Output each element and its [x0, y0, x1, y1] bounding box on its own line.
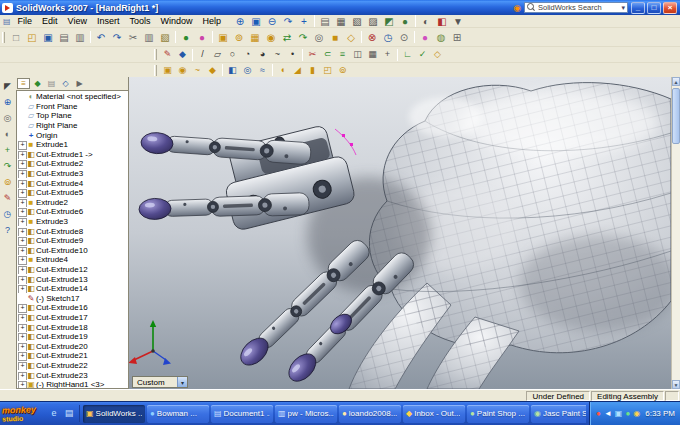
tree-expander-icon[interactable] — [18, 341, 26, 351]
tree-item[interactable]: Cut-Extrude8 — [18, 226, 128, 236]
scene-icon[interactable]: ◍ — [433, 30, 449, 45]
measure-icon[interactable]: ◷ — [1, 208, 14, 220]
search-flyout-icon[interactable]: ◉ — [513, 3, 521, 13]
select-icon[interactable]: ◤ — [1, 80, 14, 92]
tree-expander-icon[interactable] — [18, 370, 26, 380]
cut-icon[interactable]: ✂ — [125, 30, 141, 45]
tree-item[interactable]: Cut-Extrude13 — [18, 274, 128, 284]
tree-expander-icon[interactable] — [18, 226, 26, 236]
tree-expander-icon[interactable] — [18, 332, 26, 342]
wireframe-icon[interactable]: ▦ — [333, 14, 349, 29]
minimize-button[interactable]: _ — [631, 2, 645, 14]
tree-expander-icon[interactable] — [18, 236, 26, 246]
tree-expander-icon[interactable] — [18, 217, 26, 227]
shell-icon[interactable]: ◰ — [320, 64, 335, 77]
tree-item[interactable]: Extrude3 — [18, 217, 128, 227]
toolbar-handle[interactable] — [154, 65, 157, 76]
taskbar-button[interactable]: ● Bowman ... — [147, 405, 209, 423]
tree-item[interactable]: Cut-Extrude23 — [18, 370, 128, 380]
hole-wizard-icon[interactable]: ⊚ — [335, 64, 350, 77]
viewport-3d-scene[interactable] — [129, 77, 671, 389]
tree-expander-icon[interactable] — [18, 265, 26, 275]
tree-item[interactable]: Top Plane — [18, 111, 128, 121]
tree-item[interactable]: Cut-Extrude3 — [18, 169, 128, 179]
menu-item[interactable]: View — [63, 15, 92, 28]
quick-snaps-icon[interactable]: ◇ — [430, 48, 445, 61]
move-component-icon[interactable]: ⇄ — [279, 30, 295, 45]
menu-item[interactable]: Help — [198, 15, 227, 28]
undo-icon[interactable]: ↶ — [93, 30, 109, 45]
tree-item[interactable]: Front Plane — [18, 102, 128, 112]
swept-boss-icon[interactable]: ~ — [190, 64, 205, 77]
scrollbar-thumb[interactable] — [672, 88, 680, 144]
tree-item[interactable]: Cut-Extrude22 — [18, 361, 128, 371]
tree-item[interactable]: Cut-Extrude12 — [18, 265, 128, 275]
scroll-up-icon[interactable]: ▲ — [672, 77, 680, 86]
rotate-view-icon[interactable]: ↷ — [280, 14, 296, 29]
tree-expander-icon[interactable] — [18, 313, 26, 323]
hidden-lines-removed-icon[interactable]: ▨ — [365, 14, 381, 29]
volume-icon[interactable]: ◄ — [604, 409, 612, 418]
tree-item[interactable]: Cut-Extrude4 — [18, 178, 128, 188]
mate-icon[interactable]: ⊚ — [1, 176, 14, 188]
repair-sketch-icon[interactable]: ✓ — [415, 48, 430, 61]
tree-item[interactable]: Cut-Extrude20 — [18, 341, 128, 351]
taskbar-button[interactable]: ▤ Document1 ... — [211, 405, 273, 423]
copy-icon[interactable]: ▥ — [141, 30, 157, 45]
appearance-icon[interactable]: ● — [417, 30, 433, 45]
tree-item[interactable]: Cut-Extrude17 — [18, 313, 128, 323]
measure-icon[interactable]: ◷ — [380, 30, 396, 45]
tree-expander-icon[interactable] — [18, 322, 26, 332]
tree-expander-icon[interactable] — [18, 198, 26, 208]
shaded-with-edges-icon[interactable]: ◩ — [381, 14, 397, 29]
save-icon[interactable]: ▣ — [40, 30, 56, 45]
redo-icon[interactable]: ↷ — [109, 30, 125, 45]
scroll-down-icon[interactable]: ▼ — [672, 380, 680, 389]
swept-cut-icon[interactable]: ≈ — [255, 64, 270, 77]
zoom-to-fit-icon[interactable]: ⊕ — [232, 14, 248, 29]
tree-expander-icon[interactable] — [18, 380, 26, 389]
shadows-icon[interactable]: ◐ — [418, 14, 434, 29]
tree-item[interactable]: Cut-Extrude9 — [18, 236, 128, 246]
standard-views-icon[interactable]: ▤ — [317, 14, 333, 29]
taskbar-button[interactable]: ◉ Jasc Paint S... — [531, 405, 586, 423]
revolved-boss-icon[interactable]: ◉ — [175, 64, 190, 77]
tree-item[interactable]: Cut-Extrude2 — [18, 159, 128, 169]
spline-icon[interactable]: ~ — [270, 48, 285, 61]
third-party-tab-icon[interactable]: ◇ — [59, 78, 72, 89]
linear-component-pattern-icon[interactable]: ▦ — [247, 30, 263, 45]
hide-show-items-icon[interactable]: ◎ — [1, 112, 14, 124]
rotate-component-icon[interactable]: ↷ — [295, 30, 311, 45]
lofted-boss-icon[interactable]: ◆ — [205, 64, 220, 77]
menu-item[interactable]: Tools — [124, 15, 155, 28]
point-icon[interactable]: • — [285, 48, 300, 61]
line-icon[interactable]: / — [195, 48, 210, 61]
pan-icon[interactable]: + — [296, 14, 312, 29]
tree-item[interactable]: Cut-Extrude1 -> — [18, 150, 128, 160]
tangent-arc-icon[interactable]: ◕ — [255, 48, 270, 61]
display-pane-icon[interactable]: ▶ — [73, 78, 86, 89]
chamfer-icon[interactable]: ◢ — [290, 64, 305, 77]
menu-item[interactable]: Window — [155, 15, 197, 28]
hidden-lines-visible-icon[interactable]: ▧ — [349, 14, 365, 29]
tree-item[interactable]: Cut-Extrude14 — [18, 284, 128, 294]
tree-item[interactable]: Right Plane — [18, 121, 128, 131]
rectangle-icon[interactable]: ▱ — [210, 48, 225, 61]
extruded-cut-icon[interactable]: ◧ — [225, 64, 240, 77]
menu-item[interactable]: Insert — [92, 15, 125, 28]
tree-item[interactable]: Cut-Extrude6 — [18, 207, 128, 217]
maximize-button[interactable]: □ — [647, 2, 661, 14]
tree-expander-icon[interactable] — [18, 169, 26, 179]
internet-explorer-icon[interactable]: e — [48, 407, 60, 421]
extruded-boss-icon[interactable]: ▣ — [160, 64, 175, 77]
view-settings-icon[interactable]: ◐ — [1, 128, 14, 140]
chevron-down-icon[interactable]: ▾ — [621, 4, 625, 12]
tree-item[interactable]: Cut-Extrude5 — [18, 188, 128, 198]
mirror-entities-icon[interactable]: ◫ — [350, 48, 365, 61]
tree-expander-icon[interactable] — [18, 246, 26, 256]
graphics-area[interactable]: Custom ▾ — [129, 77, 671, 389]
solidworks-search-input[interactable] — [538, 3, 619, 12]
tree-item[interactable]: Origin — [18, 130, 128, 140]
scrollbar-track[interactable] — [672, 86, 680, 380]
interference-detection-icon[interactable]: ⊗ — [364, 30, 380, 45]
